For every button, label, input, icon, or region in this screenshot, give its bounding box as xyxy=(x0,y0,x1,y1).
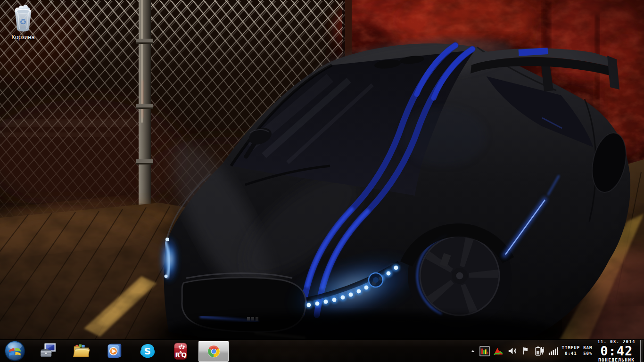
speaker-icon xyxy=(507,346,518,356)
show-desktop-button[interactable] xyxy=(640,340,643,362)
tray-clock[interactable]: 11. 08. 2014 0:42 ПОНЕДЕЛЬНИК xyxy=(597,340,636,362)
ram-readout: RAM 50% xyxy=(583,346,592,356)
recycle-bin-full-icon: ♻ xyxy=(10,3,36,33)
desktop-icon-recycle-bin[interactable]: ♻ Корзина xyxy=(3,3,43,41)
signal-bars-icon xyxy=(548,346,559,356)
ram-value: 50% xyxy=(583,351,592,356)
windows-orb-icon xyxy=(4,340,25,362)
timeup-value: 0:41 xyxy=(565,351,577,356)
battery-plug-icon xyxy=(534,346,545,356)
tray-power[interactable] xyxy=(534,346,545,356)
flag-icon xyxy=(521,346,530,356)
network-graph-icon xyxy=(493,346,504,356)
clock-time: 0:42 xyxy=(597,345,636,357)
system-tray: TIMEUP 0:41 RAM 50% 11. 08. 2014 0:42 ПО… xyxy=(470,340,643,362)
show-hidden-icons-button[interactable] xyxy=(470,348,476,354)
taskbar-button-media-player[interactable] xyxy=(100,341,129,361)
skype-icon: S xyxy=(138,342,157,361)
tray-action-center[interactable] xyxy=(521,346,530,356)
recycle-symbol: ♻ xyxy=(19,17,26,26)
tray-performance-meter[interactable] xyxy=(479,346,490,356)
taskbar-button-rnq[interactable]: R & Q xyxy=(166,341,195,361)
explorer-folder-icon xyxy=(72,342,91,361)
system-toolbox-icon xyxy=(39,342,58,361)
performance-meter-icon xyxy=(479,346,490,356)
chrome-icon xyxy=(205,343,223,360)
desktop-screen: ♻ Корзина xyxy=(0,0,644,362)
timeup-readout: TIMEUP 0:41 xyxy=(562,346,580,356)
recycle-bin-label: Корзина xyxy=(3,33,43,41)
taskbar: S R & Q xyxy=(0,339,644,362)
start-button[interactable] xyxy=(4,340,25,362)
tray-volume[interactable] xyxy=(507,346,518,356)
taskbar-button-chrome[interactable] xyxy=(198,341,229,362)
skype-glyph: S xyxy=(144,346,151,356)
media-player-icon xyxy=(106,342,124,360)
ram-label: RAM xyxy=(583,346,592,350)
timeup-label: TIMEUP xyxy=(562,346,580,350)
taskbar-button-skype[interactable]: S xyxy=(133,341,162,361)
wallpaper xyxy=(0,0,644,362)
clock-weekday: ПОНЕДЕЛЬНИК xyxy=(597,358,636,362)
tray-network-graph[interactable] xyxy=(493,346,504,356)
tray-network-signal[interactable] xyxy=(548,346,559,356)
rnq-letter-q: Q xyxy=(181,351,186,358)
chevron-up-icon xyxy=(470,348,476,354)
rnq-messenger-icon: R & Q xyxy=(172,342,190,361)
taskbar-button-windows-explorer[interactable] xyxy=(67,341,96,361)
taskbar-button-system-tools[interactable] xyxy=(34,341,63,361)
